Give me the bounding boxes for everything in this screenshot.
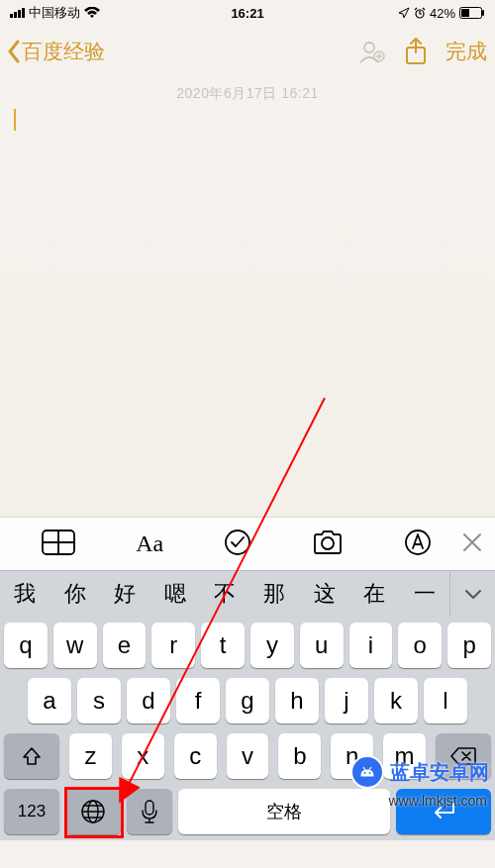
key-q[interactable]: q: [4, 623, 48, 668]
svg-point-4: [364, 43, 374, 52]
share-icon: [404, 37, 428, 66]
key-l[interactable]: l: [424, 678, 467, 723]
candidate-expand-button[interactable]: [449, 571, 495, 617]
candidate-6[interactable]: 这: [300, 571, 349, 617]
return-icon: [429, 801, 458, 822]
checklist-button[interactable]: [224, 529, 251, 560]
key-row-2: a s d f g h j k l: [4, 678, 491, 723]
candidate-4[interactable]: 不: [200, 571, 249, 617]
key-f[interactable]: f: [176, 678, 220, 723]
backspace-key[interactable]: [436, 733, 491, 779]
key-h[interactable]: h: [275, 678, 319, 723]
person-add-icon: [356, 39, 386, 64]
candidate-bar: 我 你 好 嗯 不 那 这 在 一: [0, 570, 495, 617]
keyboard: q w e r t y u i o p a s d f g h j k l z …: [0, 617, 495, 840]
battery-icon: [459, 7, 485, 19]
check-circle-icon: [224, 529, 251, 556]
key-i[interactable]: i: [349, 623, 393, 668]
status-time: 16:21: [231, 6, 263, 21]
key-o[interactable]: o: [398, 623, 442, 668]
backspace-icon: [450, 746, 476, 766]
candidate-1[interactable]: 你: [50, 571, 99, 617]
markup-icon: [404, 529, 432, 556]
markup-button[interactable]: [404, 529, 432, 560]
format-close-button[interactable]: [461, 531, 483, 557]
candidate-items: 我 你 好 嗯 不 那 这 在 一: [0, 571, 449, 617]
numeric-key[interactable]: 123: [4, 789, 59, 834]
note-content[interactable]: 2020年6月17日 16:21: [0, 77, 495, 517]
candidate-5[interactable]: 那: [249, 571, 299, 617]
key-g[interactable]: g: [226, 678, 269, 723]
done-button[interactable]: 完成: [446, 38, 487, 65]
key-p[interactable]: p: [447, 623, 491, 668]
back-button[interactable]: 百度经验: [4, 38, 105, 65]
table-icon: [42, 530, 75, 555]
text-style-label: Aa: [136, 530, 163, 556]
space-key[interactable]: 空格: [178, 789, 390, 834]
globe-icon: [80, 799, 106, 824]
mic-key[interactable]: [127, 789, 172, 834]
key-row-1: q w e r t y u i o p: [4, 623, 491, 668]
key-b[interactable]: b: [278, 733, 321, 779]
key-e[interactable]: e: [103, 623, 147, 668]
shift-icon: [21, 745, 43, 767]
candidate-7[interactable]: 在: [349, 571, 399, 617]
key-d[interactable]: d: [127, 678, 170, 723]
key-x[interactable]: x: [122, 733, 164, 779]
nav-right: 完成: [356, 37, 487, 66]
share-button[interactable]: [404, 37, 428, 66]
svg-rect-3: [482, 10, 484, 16]
carrier-label: 中国移动: [29, 4, 80, 22]
table-button[interactable]: [42, 530, 75, 559]
note-date: 2020年6月17日 16:21: [14, 85, 481, 103]
wifi-icon: [84, 7, 100, 19]
key-s[interactable]: s: [77, 678, 121, 723]
key-a[interactable]: a: [28, 678, 71, 723]
return-key[interactable]: [396, 789, 491, 834]
candidate-8[interactable]: 一: [400, 571, 449, 617]
nav-bar: 百度经验 完成: [0, 26, 495, 77]
close-icon: [461, 531, 483, 553]
key-k[interactable]: k: [374, 678, 418, 723]
candidate-0[interactable]: 我: [0, 571, 50, 617]
camera-icon: [312, 530, 344, 555]
camera-button[interactable]: [312, 530, 344, 559]
key-t[interactable]: t: [201, 623, 245, 668]
text-style-button[interactable]: Aa: [136, 530, 163, 557]
svg-rect-2: [461, 9, 469, 17]
key-v[interactable]: v: [227, 733, 269, 779]
candidate-2[interactable]: 好: [100, 571, 149, 617]
key-j[interactable]: j: [325, 678, 368, 723]
chevron-down-icon: [463, 587, 483, 601]
battery-pct: 42%: [430, 6, 455, 21]
alarm-icon: [414, 7, 426, 19]
status-bar: 中国移动 16:21 42%: [0, 0, 495, 26]
key-z[interactable]: z: [69, 733, 112, 779]
signal-icon: [10, 8, 25, 18]
back-label: 百度经验: [22, 38, 105, 65]
key-c[interactable]: c: [174, 733, 217, 779]
status-left: 中国移动: [10, 4, 100, 22]
svg-point-8: [226, 530, 249, 554]
status-right: 42%: [398, 6, 485, 21]
text-cursor: [14, 109, 16, 131]
globe-key[interactable]: [65, 789, 121, 834]
shift-key[interactable]: [4, 733, 59, 779]
location-icon: [398, 7, 410, 19]
key-w[interactable]: w: [53, 623, 97, 668]
key-n[interactable]: n: [331, 733, 373, 779]
mic-icon: [141, 799, 158, 824]
chevron-left-icon: [4, 38, 24, 65]
key-row-3: z x c v b n m: [4, 733, 491, 779]
svg-rect-13: [146, 801, 153, 815]
key-r[interactable]: r: [151, 623, 195, 668]
key-m[interactable]: m: [383, 733, 426, 779]
format-toolbar: Aa: [0, 517, 495, 570]
key-u[interactable]: u: [300, 623, 344, 668]
candidate-3[interactable]: 嗯: [149, 571, 199, 617]
svg-point-9: [322, 537, 334, 549]
key-row-4: 123 空格: [4, 789, 491, 834]
collaborate-button[interactable]: [356, 39, 386, 64]
key-y[interactable]: y: [250, 623, 294, 668]
